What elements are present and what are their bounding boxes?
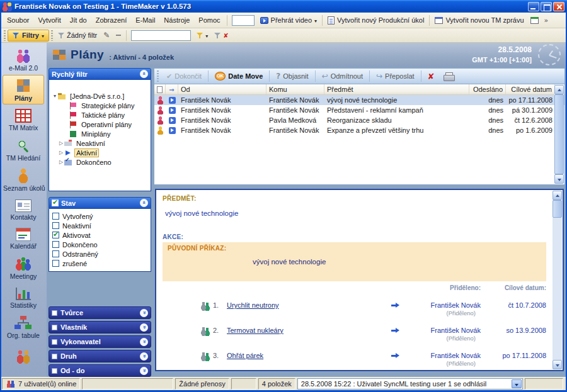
tree-expander-icon[interactable] — [58, 159, 64, 165]
column-header-odeslano[interactable]: Odesláno — [469, 84, 506, 94]
column-header-predmet[interactable]: Předmět — [324, 84, 469, 94]
tree-item-neaktivni[interactable]: Neaktivní — [49, 138, 151, 148]
stav-panel-header[interactable]: Stav — [49, 197, 151, 209]
panel-vykonavatel[interactable]: Vykonavatel — [49, 335, 151, 348]
sidebar-item-partial[interactable] — [3, 345, 44, 367]
menu-nastroje[interactable]: Nástroje — [159, 14, 194, 26]
subtask-link[interactable]: Urychlit neutrony — [227, 301, 390, 309]
expand-down-icon[interactable] — [140, 309, 148, 317]
expand-down-icon[interactable] — [140, 338, 148, 346]
sidebar-item-plany[interactable]: Plány — [3, 75, 44, 104]
forward-button[interactable]: Přeposlat — [372, 70, 418, 82]
window-layout-button[interactable] — [527, 16, 542, 25]
close-button[interactable] — [553, 2, 564, 11]
menu-jit-do[interactable]: Jít do — [66, 14, 91, 26]
table-row[interactable]: František Novák František Novák Expanze … — [154, 125, 564, 135]
menu-pomoc[interactable]: Pomoc — [194, 14, 224, 26]
subtask-link[interactable]: Ohřát párek — [227, 352, 390, 359]
checkbox[interactable] — [52, 260, 59, 267]
column-header-komu[interactable]: Komu — [266, 84, 324, 94]
filter-search-input[interactable] — [131, 30, 191, 41]
tree-item-takticke[interactable]: Taktické plány — [49, 110, 151, 120]
menu-zobrazeni[interactable]: Zobrazení — [91, 14, 132, 26]
delete-button[interactable] — [424, 70, 438, 82]
sidebar-item-statistiky[interactable]: Statistiky — [3, 283, 44, 311]
expand-down-icon[interactable] — [140, 323, 148, 332]
tree-item-operativni[interactable]: Operativní plány — [49, 120, 151, 129]
panel-druh[interactable]: Druh — [49, 350, 151, 362]
quick-filter-header[interactable]: Rychlý filtr — [49, 68, 151, 80]
column-header-cilove-datum[interactable]: Cílové datum — [506, 84, 555, 94]
panel-tvurce[interactable]: Tvůrce — [49, 306, 151, 319]
clear-filter-button[interactable] — [113, 33, 124, 37]
tree-item-company[interactable]: [Jedna-Dvě s.r.o.] — [49, 91, 151, 101]
filters-button[interactable]: Filtry — [8, 30, 49, 42]
menu-soubor[interactable]: Soubor — [3, 14, 33, 26]
panel-od-do[interactable]: Od - do — [49, 364, 151, 377]
assignee-name[interactable]: František Novák — [431, 301, 481, 309]
sidebar-item-kalendar[interactable]: Kalendář — [3, 224, 44, 252]
sidebar-item-tm-hledani[interactable]: TM Hledání — [3, 135, 44, 164]
table-row[interactable]: František Novák František Novák vývoj no… — [154, 95, 564, 105]
column-header-od[interactable]: Od — [178, 84, 266, 94]
expand-down-icon[interactable] — [140, 367, 148, 375]
tree-item-strategicke[interactable]: Strategické plány — [49, 101, 151, 110]
table-row[interactable]: František Novák Pavla Medková Reorganiza… — [154, 115, 564, 125]
stav-option-zrusene[interactable]: zrušené — [52, 259, 151, 268]
new-tm-message-button[interactable]: Vytvořit novou TM zprávu — [432, 15, 527, 25]
tree-item-dokonceno[interactable]: Dokončeno — [49, 157, 151, 167]
subtask-link[interactable]: Termovat nukleáry — [227, 327, 390, 334]
scroll-up-button[interactable] — [554, 85, 564, 94]
stav-option-odstraneny[interactable]: Odstraněný — [52, 249, 151, 259]
sidebar-item-seznam-ukolu[interactable]: Seznam úkolů — [3, 165, 44, 194]
stav-option-dokonceno[interactable]: Dokončeno — [52, 240, 151, 249]
sidebar-item-meetingy[interactable]: Meetingy — [3, 253, 44, 283]
stav-option-aktivovat[interactable]: Aktivovat — [52, 230, 151, 240]
reject-button[interactable]: Odmítnout — [318, 70, 367, 82]
print-button[interactable] — [440, 71, 457, 82]
assignee-name[interactable]: František Novák — [431, 327, 481, 334]
detail-scrollbar[interactable] — [553, 191, 562, 369]
checkbox[interactable] — [52, 222, 59, 229]
table-scrollbar[interactable] — [554, 85, 564, 184]
edit-filter-button[interactable] — [100, 30, 113, 41]
collapse-up-icon[interactable] — [140, 70, 148, 78]
sidebar-item-org-tabule[interactable]: Org. tabule — [3, 312, 44, 342]
menu-vytvorit[interactable]: Vytvořit — [33, 14, 65, 26]
scroll-thumb[interactable] — [554, 94, 564, 174]
toolbar-grip[interactable] — [157, 70, 159, 82]
play-video-button[interactable]: Přehrát video — [257, 15, 320, 25]
sidebar-item-tm-matrix[interactable]: TM Matrix — [3, 105, 44, 134]
panel-vlastnik[interactable]: Vlastník — [49, 321, 151, 333]
event-log-dropdown[interactable]: 28.5.2008 15:22 : Uživatel SyncML testin… — [297, 378, 523, 389]
maximize-button[interactable] — [541, 2, 552, 11]
scroll-thumb[interactable] — [553, 200, 562, 218]
dropdown-arrow-button[interactable] — [512, 379, 522, 388]
scroll-up-button[interactable] — [553, 191, 562, 200]
new-production-task-button[interactable]: Vytvořit nový Produkční úkol — [324, 15, 427, 26]
no-filter-button[interactable]: Žádný filtr — [55, 30, 100, 40]
assignee-name[interactable]: František Novák — [431, 352, 481, 359]
apply-filter-button[interactable] — [193, 30, 211, 40]
date-move-button[interactable]: OK Date Move — [211, 70, 266, 82]
stav-option-neaktivni[interactable]: Neaktivní — [52, 221, 151, 230]
sidebar-item-kontakty[interactable]: Kontakty — [3, 195, 44, 223]
clarify-button[interactable]: Objasnit — [272, 70, 312, 82]
expand-down-icon[interactable] — [140, 352, 148, 361]
toolbar-grip[interactable] — [4, 30, 6, 41]
tree-expander-icon[interactable] — [58, 140, 64, 146]
menu-email[interactable]: E-Mail — [131, 14, 159, 26]
icon-column-header[interactable] — [154, 84, 166, 94]
arrow-column-header[interactable] — [166, 84, 178, 94]
checkbox[interactable] — [52, 241, 59, 248]
sidebar-item-email[interactable]: e-Mail 2.0 — [3, 45, 44, 74]
scroll-down-button[interactable] — [553, 360, 562, 369]
remove-filter-button[interactable] — [211, 30, 231, 40]
minimize-button[interactable] — [528, 2, 539, 11]
checkbox[interactable] — [52, 232, 59, 238]
checkbox[interactable] — [52, 213, 59, 220]
scroll-down-button[interactable] — [554, 174, 564, 184]
tree-expander-icon[interactable] — [58, 150, 64, 155]
toolbar-grip[interactable] — [51, 30, 53, 41]
tree-item-miniplany[interactable]: Miniplány — [49, 129, 151, 138]
